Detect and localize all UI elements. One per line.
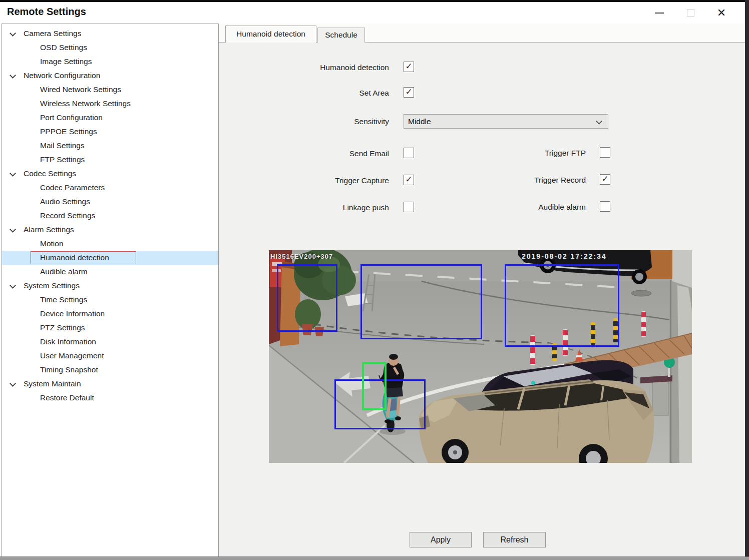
tab-humanoid-detection[interactable]: Humanoid detection [225, 26, 316, 43]
window-title: Remote Settings [7, 6, 86, 18]
maximize-button[interactable] [675, 2, 706, 24]
linkage-push-label: Linkage push [229, 202, 389, 213]
sidebar-item-disk-information[interactable]: Disk Information [2, 335, 218, 349]
send-email-checkbox[interactable] [404, 148, 414, 158]
chevron-down-icon[interactable] [10, 72, 16, 79]
sidebar-item-label: System Settings [24, 279, 80, 293]
sidebar-item-label: Codec Settings [24, 167, 76, 181]
chevron-down-icon[interactable] [10, 170, 16, 177]
detection-area-box-3 [505, 264, 619, 347]
sidebar-item-ptz-settings[interactable]: PTZ Settings [2, 321, 218, 335]
sidebar-item-label: Disk Information [40, 335, 96, 349]
sidebar-item-restore-default[interactable]: Restore Default [2, 391, 218, 405]
set-area-checkbox[interactable]: ✓ [404, 87, 414, 98]
content-panel: Humanoid detection Schedule Humanoid det… [219, 24, 745, 557]
sidebar-item-osd-settings[interactable]: OSD Settings [2, 41, 218, 55]
trigger-capture-checkbox[interactable]: ✓ [404, 175, 414, 185]
sensitivity-select[interactable]: Middle [404, 114, 608, 129]
sidebar-item-timing-snapshot[interactable]: Timing Snapshot [2, 363, 218, 377]
sidebar-item-label: Humanoid detection [40, 251, 109, 265]
chevron-down-icon[interactable] [10, 282, 16, 289]
sidebar-item-audio-settings[interactable]: Audio Settings [2, 195, 218, 209]
sidebar-item-wired-network-settings[interactable]: Wired Network Settings [2, 83, 218, 97]
sidebar-item-label: Alarm Settings [24, 223, 74, 237]
sidebar-item-camera-settings[interactable]: Camera Settings [2, 27, 218, 41]
sidebar-item-label: Audio Settings [40, 195, 90, 209]
detection-area-box-2 [360, 264, 482, 339]
osd-timestamp-text: 2019-08-02 17:22:34 [522, 252, 607, 260]
sidebar-item-motion[interactable]: Motion [2, 237, 218, 251]
detection-area-box-1 [277, 264, 337, 332]
camera-preview: Hi3516EV200+307 2019-08-02 17:22:34 [269, 250, 692, 463]
sidebar-item-label: User Management [40, 349, 104, 363]
minimize-button[interactable] [644, 2, 675, 24]
sidebar-item-wireless-network-settings[interactable]: Wireless Network Settings [2, 97, 218, 111]
sidebar-item-label: Time Settings [40, 293, 87, 307]
sidebar-item-ftp-settings[interactable]: FTP Settings [2, 153, 218, 167]
refresh-button[interactable]: Refresh [483, 532, 546, 547]
sidebar-item-label: Camera Settings [24, 27, 81, 41]
apply-button[interactable]: Apply [410, 532, 472, 547]
sidebar-item-label: Codec Parameters [40, 181, 105, 195]
sidebar-item-label: Wireless Network Settings [40, 97, 131, 111]
sidebar-item-label: Restore Default [40, 391, 94, 405]
sidebar-item-alarm-settings[interactable]: Alarm Settings [2, 223, 218, 237]
sidebar-item-label: Motion [40, 237, 64, 251]
sidebar-item-system-settings[interactable]: System Settings [2, 279, 218, 293]
tab-schedule[interactable]: Schedule [317, 28, 365, 43]
audible-alarm-checkbox[interactable] [600, 201, 610, 212]
sidebar-item-label: Audible alarm [40, 265, 88, 279]
linkage-push-checkbox[interactable] [404, 202, 414, 212]
remote-settings-window: Remote Settings ✕ Camera SettingsOSD Set… [0, 0, 749, 560]
sidebar-item-time-settings[interactable]: Time Settings [2, 293, 218, 307]
detection-overlay [269, 250, 692, 463]
chevron-down-icon[interactable] [10, 30, 16, 37]
sidebar-item-pppoe-settings[interactable]: PPPOE Settings [2, 125, 218, 139]
trigger-capture-label: Trigger Capture [229, 175, 389, 186]
sidebar-item-codec-parameters[interactable]: Codec Parameters [2, 181, 218, 195]
sidebar-item-humanoid-detection[interactable]: Humanoid detection [2, 251, 218, 265]
close-icon: ✕ [717, 8, 726, 19]
close-button[interactable]: ✕ [706, 2, 737, 24]
sidebar-item-record-settings[interactable]: Record Settings [2, 209, 218, 223]
sidebar-item-user-management[interactable]: User Management [2, 349, 218, 363]
sidebar-item-label: PPPOE Settings [40, 125, 97, 139]
sidebar-item-system-maintain[interactable]: System Maintain [2, 377, 218, 391]
sidebar-item-codec-settings[interactable]: Codec Settings [2, 167, 218, 181]
sensitivity-value: Middle [408, 117, 431, 126]
send-email-label: Send Email [229, 148, 389, 159]
sidebar-item-label: OSD Settings [40, 41, 87, 55]
sidebar-item-label: Mail Settings [40, 139, 85, 153]
sensitivity-label: Sensitivity [229, 116, 389, 127]
chevron-down-icon[interactable] [10, 380, 16, 387]
humanoid-detection-checkbox[interactable]: ✓ [404, 62, 414, 72]
sidebar-item-mail-settings[interactable]: Mail Settings [2, 139, 218, 153]
title-bar: Remote Settings ✕ [0, 2, 745, 24]
sidebar-item-label: Port Configuration [40, 111, 103, 125]
trigger-ftp-checkbox[interactable] [600, 147, 610, 158]
sidebar-item-label: FTP Settings [40, 153, 85, 167]
audible-alarm-label: Audible alarm [426, 202, 586, 212]
chevron-down-icon [596, 118, 602, 125]
humanoid-detection-label: Humanoid detection [229, 62, 389, 73]
trigger-ftp-label: Trigger FTP [426, 148, 586, 158]
sidebar-item-device-information[interactable]: Device Information [2, 307, 218, 321]
settings-tree: Camera SettingsOSD SettingsImage Setting… [2, 24, 219, 557]
humanoid-detection-box [362, 362, 387, 410]
sidebar-item-label: Network Configuration [24, 69, 100, 83]
window-bottom-edge [0, 556, 749, 560]
sidebar-item-port-configuration[interactable]: Port Configuration [2, 111, 218, 125]
minimize-icon [655, 13, 664, 14]
sidebar-item-audible-alarm[interactable]: Audible alarm [2, 265, 218, 279]
window-right-edge [745, 0, 749, 557]
sidebar-item-label: System Maintain [24, 377, 81, 391]
trigger-record-checkbox[interactable]: ✓ [600, 174, 610, 185]
tab-strip: Humanoid detection Schedule [219, 24, 745, 43]
sidebar-item-network-configuration[interactable]: Network Configuration [2, 69, 218, 83]
chevron-down-icon[interactable] [10, 226, 16, 233]
window-controls: ✕ [644, 2, 737, 24]
osd-device-text: Hi3516EV200+307 [270, 253, 333, 260]
maximize-icon [687, 9, 694, 17]
sidebar-item-image-settings[interactable]: Image Settings [2, 55, 218, 69]
trigger-record-label: Trigger Record [426, 175, 586, 185]
